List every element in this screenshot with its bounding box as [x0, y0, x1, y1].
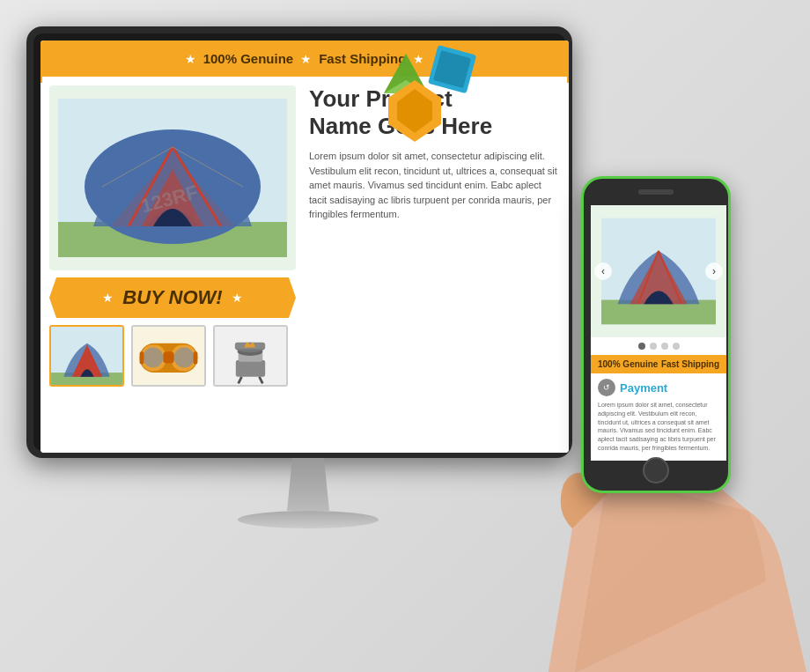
thumbnail-2[interactable] — [131, 325, 206, 387]
goggles-thumb-image — [133, 325, 204, 387]
payment-description: Lorem ipsum dolor sit amet, consectetur … — [598, 401, 719, 453]
thumbnail-1[interactable] — [49, 325, 124, 387]
phone-payment-section: ↺ Payment Lorem ipsum dolor sit amet, co… — [591, 373, 726, 458]
tent-image: 123RF — [58, 94, 287, 262]
monitor-base — [238, 511, 379, 528]
svg-point-20 — [174, 347, 195, 367]
product-main-image: 123RF — [49, 85, 296, 270]
buy-star-right: ★ — [232, 291, 243, 305]
product-description: Lorem ipsum dolor sit amet, consectetur … — [309, 149, 560, 222]
monitor-stand — [238, 458, 379, 528]
svg-rect-21 — [140, 351, 144, 364]
star-icon-1: ★ — [185, 52, 196, 66]
genuine-label: 100% Genuine — [203, 51, 294, 66]
monitor-body: ★ 100% Genuine ★ Fast Shipping ★ — [26, 26, 572, 458]
phone: ‹ › 100% Genuine Fast Shipping — [563, 176, 740, 528]
monitor-neck — [282, 458, 335, 511]
phone-home-button[interactable] — [643, 457, 669, 484]
screen-content: ★ 100% Genuine ★ Fast Shipping ★ — [40, 41, 569, 453]
phone-shipping-label: Fast Shipping — [661, 359, 719, 369]
svg-rect-18 — [163, 351, 173, 363]
payment-icon: ↺ — [598, 379, 615, 396]
buy-now-banner[interactable]: ★ BUY NOW! ★ — [49, 277, 296, 318]
phone-carousel-dots — [591, 337, 726, 355]
tent-thumb-image — [51, 325, 122, 387]
orange-shape-icon — [388, 80, 441, 142]
phone-speaker — [638, 189, 674, 195]
payment-header: ↺ Payment — [598, 379, 719, 396]
payment-icon-symbol: ↺ — [603, 383, 610, 392]
star-icon-2: ★ — [300, 52, 312, 66]
thumbnail-row — [49, 325, 296, 387]
buy-star-left: ★ — [102, 291, 114, 305]
svg-point-19 — [143, 347, 163, 367]
phone-product-image-area: ‹ › — [591, 205, 726, 337]
phone-tent-image — [601, 214, 716, 329]
dot-4 — [673, 343, 680, 350]
phone-screen-inner: ‹ › 100% Genuine Fast Shipping — [591, 205, 726, 461]
stove-thumb-image — [215, 325, 286, 387]
phone-banner: 100% Genuine Fast Shipping — [591, 355, 726, 373]
monitor-screen: ★ 100% Genuine ★ Fast Shipping ★ — [40, 41, 569, 453]
svg-rect-24 — [236, 360, 265, 377]
phone-genuine-label: 100% Genuine — [598, 359, 658, 369]
phone-screen: ‹ › 100% Genuine Fast Shipping — [591, 205, 726, 461]
decorative-shapes — [428, 41, 569, 146]
phone-nav-left-button[interactable]: ‹ — [594, 262, 612, 280]
dot-1 — [638, 343, 645, 350]
payment-title: Payment — [620, 381, 667, 395]
phone-nav-right-button[interactable]: › — [705, 262, 723, 280]
phone-body: ‹ › 100% Genuine Fast Shipping — [581, 176, 731, 493]
thumbnail-3[interactable] — [213, 325, 288, 387]
product-left-column: 123RF ★ BUY NOW! ★ — [49, 85, 296, 387]
svg-rect-22 — [194, 351, 198, 364]
buy-now-label: BUY NOW! — [122, 286, 222, 309]
dot-3 — [661, 343, 668, 350]
dot-2 — [650, 343, 657, 350]
